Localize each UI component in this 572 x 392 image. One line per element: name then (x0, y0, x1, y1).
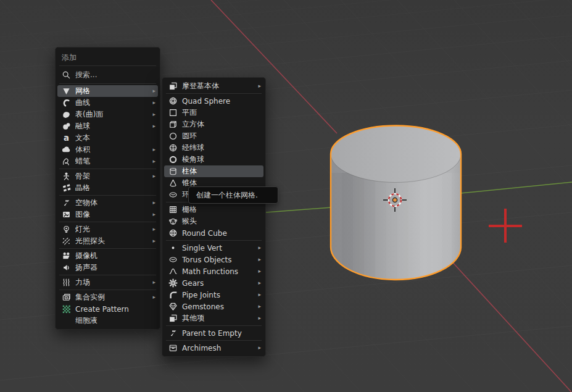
menu-item-plane[interactable]: 平面 (164, 107, 263, 119)
menu-item-quad-sphere[interactable]: Quad Sphere (164, 95, 263, 107)
menu-item-monkey[interactable]: 猴头 (164, 215, 263, 227)
menu-item-label: Single Vert (182, 244, 255, 252)
submenu-arrow-icon: ▸ (149, 100, 155, 106)
extra-icon (168, 81, 178, 91)
menu-item-label: 空物体 (75, 198, 149, 208)
menu-separator (59, 248, 156, 249)
circle-icon (168, 131, 178, 141)
submenu-arrow-icon: ▸ (149, 123, 155, 129)
submenu-arrow-icon: ▸ (149, 200, 155, 206)
submenu-arrow-icon: ▸ (149, 227, 155, 232)
menu-item-label: 猴头 (182, 216, 255, 227)
menu-item-label: 栅格 (182, 204, 255, 215)
menu-item-light[interactable]: 灯光▸ (57, 223, 158, 235)
menu-item-grease-pencil[interactable]: 蜡笔▸ (57, 156, 158, 167)
cylinder-object[interactable] (331, 125, 461, 284)
menu-item-gemstones[interactable]: Gemstones▸ (164, 301, 263, 312)
menu-separator (59, 195, 156, 196)
menu-item-label: 融球 (75, 121, 149, 131)
menu-item-parent-to-empty[interactable]: Parent to Empty (164, 327, 263, 339)
menu-item-force-field[interactable]: 力场▸ (57, 277, 158, 288)
menu-item-label: Pipe Joints (182, 291, 255, 299)
menu-item-circle[interactable]: 圆环 (164, 130, 263, 142)
submenu-arrow-icon: ▸ (255, 292, 261, 298)
menu-item-image[interactable]: 图像▸ (57, 209, 158, 220)
menu-item-label: Archimesh (182, 344, 255, 352)
speaker-icon (61, 263, 71, 272)
menu-item-label: 圆环 (182, 131, 255, 141)
empty-icon (61, 198, 71, 207)
menu-item-label: 晶格 (75, 183, 149, 193)
cone-icon (168, 178, 178, 188)
menu-item-ico-sphere[interactable]: 棱角球 (164, 154, 263, 165)
menu-separator (166, 240, 262, 241)
menu-item-label: 立方体 (182, 119, 255, 130)
menu-item-text[interactable]: a文本 (57, 132, 158, 144)
menu-item-label: 文本 (75, 133, 149, 143)
menu-item-grid[interactable]: 栅格 (164, 204, 263, 215)
menu-item-camera[interactable]: 摄像机 (57, 250, 158, 262)
quadsphere-icon (168, 96, 178, 106)
menu-item-pipe-joints[interactable]: Pipe Joints▸ (164, 289, 263, 301)
menu-item-surface[interactable]: 表(曲)面▸ (57, 109, 158, 120)
menu-item-label: 经纬球 (182, 143, 255, 153)
menu-item-others[interactable]: 其他项▸ (164, 312, 263, 324)
menu-item-speaker[interactable]: 扬声器 (57, 262, 158, 273)
menu-item-curve[interactable]: 曲线▸ (57, 97, 158, 109)
menu-item-modern-primitives[interactable]: 摩登基本体▸ (164, 80, 263, 92)
blank-icon (61, 316, 71, 325)
menu-item-lattice[interactable]: 晶格 (57, 182, 158, 194)
pattern-icon (61, 304, 71, 314)
menu-item-cell-fluid[interactable]: 细胞液 (57, 315, 158, 327)
menu-item-uv-sphere[interactable]: 经纬球 (164, 142, 263, 154)
menu-item-label: 光照探头 (75, 236, 149, 246)
menu-item-cylinder[interactable]: 柱体 (164, 165, 263, 177)
menu-item-torus-objects[interactable]: Torus Objects▸ (164, 254, 263, 265)
menu-item-metaball[interactable]: 融球▸ (57, 120, 158, 132)
grid-icon (168, 205, 178, 214)
menu-item-label: Gemstones (182, 302, 255, 311)
uvsphere-icon (168, 143, 178, 152)
menu-item-search[interactable]: 搜索... (57, 67, 158, 82)
menu-item-mesh[interactable]: 网格▸ (57, 85, 158, 97)
menu-item-empty[interactable]: 空物体▸ (57, 197, 158, 209)
menu-item-armature[interactable]: 骨架▸ (57, 170, 158, 182)
add-menu-title: 添加 (56, 50, 160, 64)
menu-item-label: 集合实例 (75, 292, 149, 302)
gear-icon (168, 278, 178, 288)
menu-item-label: Round Cube (182, 229, 255, 238)
submenu-arrow-icon: ▸ (149, 112, 155, 117)
icosphere-icon (168, 155, 178, 164)
menu-item-label: 骨架 (75, 171, 149, 181)
menu-item-gears[interactable]: Gears▸ (164, 277, 263, 289)
gem-icon (168, 302, 178, 311)
extra-icon (168, 314, 178, 323)
menu-item-round-cube[interactable]: Round Cube (164, 227, 263, 239)
gpencil-icon (61, 157, 71, 166)
menu-item-volume[interactable]: 体积▸ (57, 144, 158, 156)
math-icon (168, 267, 178, 276)
menu-item-label: 棱角球 (182, 154, 255, 165)
tooltip-text: 创建一个柱体网格. (196, 190, 258, 201)
submenu-arrow-icon: ▸ (255, 304, 261, 309)
curve-icon (61, 98, 71, 107)
menu-item-math-functions[interactable]: Math Functions▸ (164, 265, 263, 277)
menu-item-archimesh[interactable]: Archimesh▸ (164, 342, 263, 354)
force-icon (61, 278, 71, 287)
menu-item-collection-instance[interactable]: 集合实例▸ (57, 291, 158, 303)
submenu-arrow-icon: ▸ (149, 88, 155, 94)
submenu-arrow-icon: ▸ (255, 257, 261, 262)
menu-separator (166, 340, 262, 341)
menu-item-label: 摄像机 (75, 251, 149, 261)
menu-separator (166, 325, 262, 326)
menu-item-cube[interactable]: 立方体 (164, 119, 263, 130)
menu-separator (59, 65, 156, 66)
menu-item-single-vert[interactable]: Single Vert▸ (164, 242, 263, 254)
roundcube-icon (168, 228, 178, 238)
menu-item-light-probe[interactable]: 光照探头▸ (57, 235, 158, 247)
archimesh-icon (168, 343, 178, 352)
menu-item-create-pattern[interactable]: Create Pattern (57, 303, 158, 315)
menu-separator (59, 290, 156, 290)
menu-item-label: Create Pattern (75, 305, 149, 314)
menu-item-label: 灯光 (75, 224, 149, 235)
